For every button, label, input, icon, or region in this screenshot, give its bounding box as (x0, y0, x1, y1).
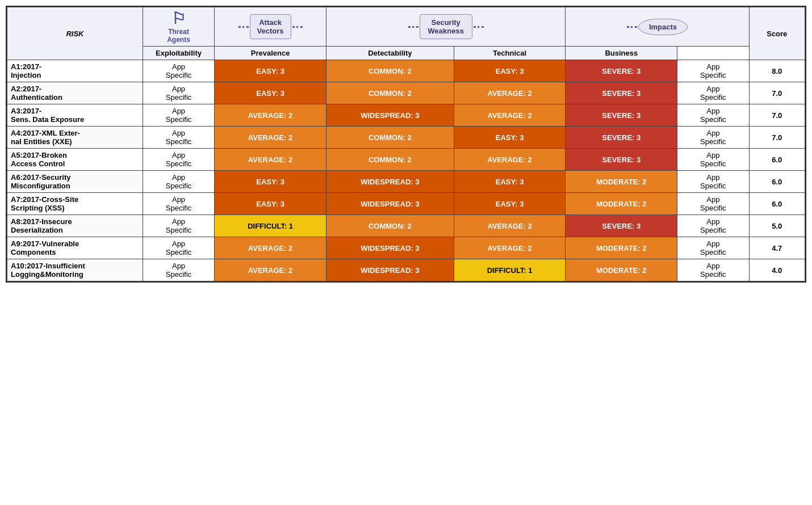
technical-cell: MODERATE: 2 (566, 171, 677, 193)
technical-cell: SEVERE: 3 (566, 215, 677, 237)
impacts-header: Impacts (566, 7, 749, 47)
detectability-cell: EASY: 3 (454, 193, 566, 215)
score-cell: 4.7 (749, 237, 805, 259)
business-cell: AppSpecific (677, 259, 749, 281)
score-cell: 7.0 (749, 127, 805, 149)
business-cell: AppSpecific (677, 82, 749, 104)
dotted-line-3 (408, 26, 418, 28)
detectability-header: Detectability (326, 47, 454, 60)
risk-name: A6:2017-SecurityMisconfiguration (7, 171, 143, 193)
technical-cell: SEVERE: 3 (566, 82, 677, 104)
threat-agent-cell: AppSpecific (143, 215, 214, 237)
prevalence-cell: COMMON: 2 (326, 60, 454, 82)
detectability-cell: AVERAGE: 2 (454, 104, 566, 127)
score-cell: 6.0 (749, 193, 805, 215)
risk-name: A9:2017-VulnerableComponents (7, 237, 143, 259)
security-weakness-header: SecurityWeakness (326, 7, 565, 47)
attack-vectors-label: AttackVectors (257, 18, 284, 35)
technical-cell: MODERATE: 2 (566, 259, 677, 281)
exploitability-cell: AVERAGE: 2 (215, 104, 327, 127)
business-cell: AppSpecific (677, 149, 749, 171)
threat-agent-cell: AppSpecific (143, 127, 214, 149)
business-cell: AppSpecific (677, 104, 749, 127)
threat-agent-cell: AppSpecific (143, 259, 214, 281)
risk-name: A2:2017-Authentication (7, 82, 143, 104)
table-row: A6:2017-SecurityMisconfigurationAppSpeci… (7, 171, 805, 193)
dotted-line-5 (627, 26, 637, 28)
business-cell: AppSpecific (677, 237, 749, 259)
business-cell: AppSpecific (677, 60, 749, 82)
security-weakness-label: SecurityWeakness (428, 18, 464, 35)
exploitability-cell: AVERAGE: 2 (215, 127, 327, 149)
detectability-cell: EASY: 3 (454, 171, 566, 193)
header-flow-row: RISK ⚐ ThreatAgents AttackVectors (7, 7, 805, 47)
threat-agent-cell: AppSpecific (143, 193, 214, 215)
table-row: A5:2017-BrokenAccess ControlAppSpecificA… (7, 149, 805, 171)
threat-agent-cell: AppSpecific (143, 171, 214, 193)
threat-agent-cell: AppSpecific (143, 149, 214, 171)
technical-header: Technical (454, 47, 566, 60)
threat-agent-cell: AppSpecific (143, 60, 214, 82)
technical-cell: SEVERE: 3 (566, 104, 677, 127)
attack-vectors-header: AttackVectors (215, 7, 327, 47)
score-cell: 8.0 (749, 60, 805, 82)
score-cell: 6.0 (749, 149, 805, 171)
detectability-cell: AVERAGE: 2 (454, 215, 566, 237)
table-row: A1:2017-InjectionAppSpecificEASY: 3COMMO… (7, 60, 805, 82)
prevalence-cell: WIDESPREAD: 3 (326, 237, 454, 259)
exploitability-cell: DIFFICULT: 1 (215, 215, 327, 237)
threat-agent-cell: AppSpecific (143, 104, 214, 127)
exploitability-cell: EASY: 3 (215, 82, 327, 104)
risk-name: A1:2017-Injection (7, 60, 143, 82)
exploitability-cell: AVERAGE: 2 (215, 237, 327, 259)
prevalence-cell: WIDESPREAD: 3 (326, 193, 454, 215)
technical-cell: SEVERE: 3 (566, 149, 677, 171)
exploitability-cell: AVERAGE: 2 (215, 259, 327, 281)
table-row: A3:2017-Sens. Data ExposureAppSpecificAV… (7, 104, 805, 127)
exploitability-cell: AVERAGE: 2 (215, 149, 327, 171)
technical-cell: SEVERE: 3 (566, 127, 677, 149)
detectability-cell: AVERAGE: 2 (454, 82, 566, 104)
business-cell: AppSpecific (677, 171, 749, 193)
detectability-cell: AVERAGE: 2 (454, 237, 566, 259)
detectability-cell: EASY: 3 (454, 127, 566, 149)
technical-cell: MODERATE: 2 (566, 237, 677, 259)
table-row: A2:2017-AuthenticationAppSpecificEASY: 3… (7, 82, 805, 104)
dotted-line-1 (238, 26, 249, 28)
risk-main-header: RISK (7, 7, 143, 60)
risk-name: A4:2017-XML Exter-nal Entities (XXE) (7, 127, 143, 149)
score-cell: 7.0 (749, 82, 805, 104)
table-body: A1:2017-InjectionAppSpecificEASY: 3COMMO… (7, 60, 805, 281)
score-cell: 4.0 (749, 259, 805, 281)
prevalence-cell: WIDESPREAD: 3 (326, 171, 454, 193)
risk-name: A10:2017-InsufficientLogging&Monitoring (7, 259, 143, 281)
business-cell: AppSpecific (677, 215, 749, 237)
prevalence-cell: WIDESPREAD: 3 (326, 259, 454, 281)
score-cell: 5.0 (749, 215, 805, 237)
table-row: A10:2017-InsufficientLogging&MonitoringA… (7, 259, 805, 281)
prevalence-header: Prevalence (215, 47, 327, 60)
risk-name: A5:2017-BrokenAccess Control (7, 149, 143, 171)
prevalence-cell: COMMON: 2 (326, 149, 454, 171)
score-header: Score (749, 7, 805, 60)
security-weakness-box: SecurityWeakness (420, 14, 472, 39)
prevalence-cell: WIDESPREAD: 3 (326, 104, 454, 127)
business-cell: AppSpecific (677, 127, 749, 149)
threat-agent-icon: ⚐ (145, 11, 212, 27)
exploitability-header: Exploitability (143, 47, 214, 60)
risk-name: A8:2017-InsecureDeserialization (7, 215, 143, 237)
score-cell: 7.0 (749, 104, 805, 127)
threat-agents-label: ThreatAgents (145, 28, 212, 44)
technical-cell: MODERATE: 2 (566, 193, 677, 215)
main-table-wrapper: RISK ⚐ ThreatAgents AttackVectors (6, 6, 806, 283)
table-row: A4:2017-XML Exter-nal Entities (XXE)AppS… (7, 127, 805, 149)
table-row: A8:2017-InsecureDeserializationAppSpecif… (7, 215, 805, 237)
business-cell: AppSpecific (677, 193, 749, 215)
table-row: A9:2017-VulnerableComponentsAppSpecificA… (7, 237, 805, 259)
detectability-cell: AVERAGE: 2 (454, 149, 566, 171)
threat-agent-cell: AppSpecific (143, 82, 214, 104)
threat-agents-header: ⚐ ThreatAgents (143, 7, 214, 47)
risk-name: A3:2017-Sens. Data Exposure (7, 104, 143, 127)
prevalence-cell: COMMON: 2 (326, 127, 454, 149)
risk-name: A7:2017-Cross-SiteScripting (XSS) (7, 193, 143, 215)
